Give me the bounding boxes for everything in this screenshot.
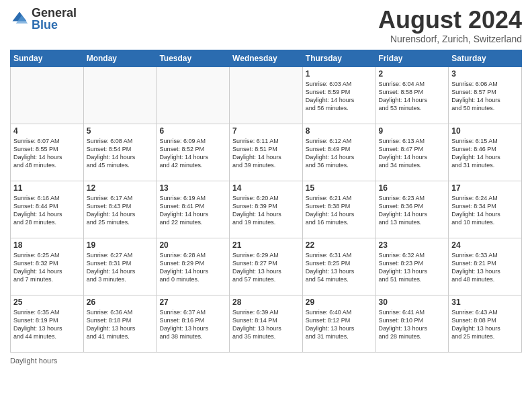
day-info: Sunrise: 6:43 AM Sunset: 8:08 PM Dayligh… [451, 308, 519, 341]
calendar-cell: 14Sunrise: 6:20 AM Sunset: 8:39 PM Dayli… [230, 181, 303, 238]
calendar-cell: 27Sunrise: 6:37 AM Sunset: 8:16 PM Dayli… [157, 295, 230, 352]
day-info: Sunrise: 6:12 AM Sunset: 8:49 PM Dayligh… [306, 137, 373, 170]
calendar-cell: 20Sunrise: 6:28 AM Sunset: 8:29 PM Dayli… [157, 238, 230, 295]
day-number: 20 [159, 240, 226, 250]
day-info: Sunrise: 6:21 AM Sunset: 8:38 PM Dayligh… [306, 194, 373, 227]
calendar-cell: 19Sunrise: 6:27 AM Sunset: 8:31 PM Dayli… [83, 238, 157, 295]
day-number: 24 [451, 240, 519, 250]
calendar-cell: 10Sunrise: 6:15 AM Sunset: 8:46 PM Dayli… [449, 124, 522, 181]
day-number: 26 [87, 298, 154, 307]
week-row-4: 18Sunrise: 6:25 AM Sunset: 8:32 PM Dayli… [11, 238, 522, 295]
day-info: Sunrise: 6:28 AM Sunset: 8:29 PM Dayligh… [159, 251, 226, 284]
calendar-cell: 16Sunrise: 6:23 AM Sunset: 8:36 PM Dayli… [375, 181, 449, 238]
day-info: Sunrise: 6:15 AM Sunset: 8:46 PM Dayligh… [451, 137, 519, 170]
calendar-header: SundayMondayTuesdayWednesdayThursdayFrid… [11, 50, 522, 66]
calendar-cell: 21Sunrise: 6:29 AM Sunset: 8:27 PM Dayli… [230, 238, 303, 295]
day-info: Sunrise: 6:33 AM Sunset: 8:21 PM Dayligh… [451, 251, 519, 284]
day-info: Sunrise: 6:07 AM Sunset: 8:55 PM Dayligh… [13, 137, 81, 170]
day-number: 21 [232, 240, 300, 250]
day-number: 18 [13, 240, 81, 250]
day-of-week-sunday: Sunday [11, 50, 84, 66]
calendar-cell: 24Sunrise: 6:33 AM Sunset: 8:21 PM Dayli… [449, 238, 522, 295]
logo: General Blue [10, 7, 77, 31]
day-info: Sunrise: 6:03 AM Sunset: 8:59 PM Dayligh… [306, 80, 373, 113]
day-info: Sunrise: 6:27 AM Sunset: 8:31 PM Dayligh… [87, 251, 154, 284]
logo-icon [10, 9, 29, 28]
day-info: Sunrise: 6:13 AM Sunset: 8:47 PM Dayligh… [379, 137, 446, 170]
day-number: 28 [232, 298, 300, 307]
day-info: Sunrise: 6:06 AM Sunset: 8:57 PM Dayligh… [451, 80, 519, 113]
day-number: 23 [379, 240, 446, 250]
day-info: Sunrise: 6:19 AM Sunset: 8:41 PM Dayligh… [159, 194, 226, 227]
day-info: Sunrise: 6:11 AM Sunset: 8:51 PM Dayligh… [232, 137, 300, 170]
days-of-week-row: SundayMondayTuesdayWednesdayThursdayFrid… [11, 50, 522, 66]
day-number: 29 [306, 298, 373, 307]
calendar-cell: 29Sunrise: 6:40 AM Sunset: 8:12 PM Dayli… [302, 295, 375, 352]
day-number: 17 [451, 183, 519, 193]
day-info: Sunrise: 6:04 AM Sunset: 8:58 PM Dayligh… [379, 80, 446, 113]
calendar-cell: 17Sunrise: 6:24 AM Sunset: 8:34 PM Dayli… [449, 181, 522, 238]
calendar-body: 1Sunrise: 6:03 AM Sunset: 8:59 PM Daylig… [11, 66, 522, 352]
day-number: 27 [159, 298, 226, 307]
calendar-cell: 30Sunrise: 6:41 AM Sunset: 8:10 PM Dayli… [375, 295, 449, 352]
day-number: 14 [232, 183, 300, 193]
calendar-cell: 25Sunrise: 6:35 AM Sunset: 8:19 PM Dayli… [11, 295, 84, 352]
day-number: 15 [306, 183, 373, 193]
calendar-cell [83, 66, 157, 124]
day-number: 1 [306, 69, 373, 79]
day-number: 5 [87, 126, 154, 136]
week-row-3: 11Sunrise: 6:16 AM Sunset: 8:44 PM Dayli… [11, 181, 522, 238]
calendar-cell: 13Sunrise: 6:19 AM Sunset: 8:41 PM Dayli… [157, 181, 230, 238]
calendar-cell: 3Sunrise: 6:06 AM Sunset: 8:57 PM Daylig… [449, 66, 522, 124]
calendar-cell: 28Sunrise: 6:39 AM Sunset: 8:14 PM Dayli… [230, 295, 303, 352]
day-info: Sunrise: 6:40 AM Sunset: 8:12 PM Dayligh… [306, 308, 373, 341]
calendar-cell: 31Sunrise: 6:43 AM Sunset: 8:08 PM Dayli… [449, 295, 522, 352]
day-of-week-saturday: Saturday [449, 50, 522, 66]
day-number: 4 [13, 126, 81, 136]
calendar-cell: 26Sunrise: 6:36 AM Sunset: 8:18 PM Dayli… [83, 295, 157, 352]
calendar-cell: 18Sunrise: 6:25 AM Sunset: 8:32 PM Dayli… [11, 238, 84, 295]
week-row-1: 1Sunrise: 6:03 AM Sunset: 8:59 PM Daylig… [11, 66, 522, 124]
day-info: Sunrise: 6:17 AM Sunset: 8:43 PM Dayligh… [87, 194, 154, 227]
day-number: 31 [451, 298, 519, 307]
week-row-2: 4Sunrise: 6:07 AM Sunset: 8:55 PM Daylig… [11, 124, 522, 181]
calendar-cell: 8Sunrise: 6:12 AM Sunset: 8:49 PM Daylig… [302, 124, 375, 181]
calendar-cell: 6Sunrise: 6:09 AM Sunset: 8:52 PM Daylig… [157, 124, 230, 181]
day-info: Sunrise: 6:08 AM Sunset: 8:54 PM Dayligh… [87, 137, 154, 170]
location: Nurensdorf, Zurich, Switzerland [378, 34, 522, 44]
logo-general-text: General [32, 7, 77, 19]
week-row-5: 25Sunrise: 6:35 AM Sunset: 8:19 PM Dayli… [11, 295, 522, 352]
page: General Blue August 2024 Nurensdorf, Zur… [0, 0, 532, 411]
calendar-cell: 11Sunrise: 6:16 AM Sunset: 8:44 PM Dayli… [11, 181, 84, 238]
day-number: 25 [13, 298, 81, 307]
calendar-cell [11, 66, 84, 124]
day-info: Sunrise: 6:23 AM Sunset: 8:36 PM Dayligh… [379, 194, 446, 227]
day-number: 2 [379, 69, 446, 79]
day-number: 7 [232, 126, 300, 136]
day-info: Sunrise: 6:41 AM Sunset: 8:10 PM Dayligh… [379, 308, 446, 341]
day-info: Sunrise: 6:37 AM Sunset: 8:16 PM Dayligh… [159, 308, 226, 341]
day-number: 13 [159, 183, 226, 193]
day-info: Sunrise: 6:39 AM Sunset: 8:14 PM Dayligh… [232, 308, 300, 341]
day-number: 8 [306, 126, 373, 136]
calendar-cell: 12Sunrise: 6:17 AM Sunset: 8:43 PM Dayli… [83, 181, 157, 238]
day-number: 12 [87, 183, 154, 193]
day-of-week-monday: Monday [83, 50, 157, 66]
month-title: August 2024 [378, 7, 522, 34]
calendar-cell [157, 66, 230, 124]
calendar-cell: 7Sunrise: 6:11 AM Sunset: 8:51 PM Daylig… [230, 124, 303, 181]
calendar-cell: 4Sunrise: 6:07 AM Sunset: 8:55 PM Daylig… [11, 124, 84, 181]
day-info: Sunrise: 6:32 AM Sunset: 8:23 PM Dayligh… [379, 251, 446, 284]
day-info: Sunrise: 6:20 AM Sunset: 8:39 PM Dayligh… [232, 194, 300, 227]
day-of-week-wednesday: Wednesday [230, 50, 303, 66]
day-info: Sunrise: 6:24 AM Sunset: 8:34 PM Dayligh… [451, 194, 519, 227]
calendar-cell [230, 66, 303, 124]
day-number: 6 [159, 126, 226, 136]
calendar: SundayMondayTuesdayWednesdayThursdayFrid… [10, 50, 522, 353]
calendar-cell: 15Sunrise: 6:21 AM Sunset: 8:38 PM Dayli… [302, 181, 375, 238]
day-info: Sunrise: 6:25 AM Sunset: 8:32 PM Dayligh… [13, 251, 81, 284]
day-info: Sunrise: 6:29 AM Sunset: 8:27 PM Dayligh… [232, 251, 300, 284]
calendar-cell: 23Sunrise: 6:32 AM Sunset: 8:23 PM Dayli… [375, 238, 449, 295]
header: General Blue August 2024 Nurensdorf, Zur… [10, 7, 522, 44]
day-number: 19 [87, 240, 154, 250]
